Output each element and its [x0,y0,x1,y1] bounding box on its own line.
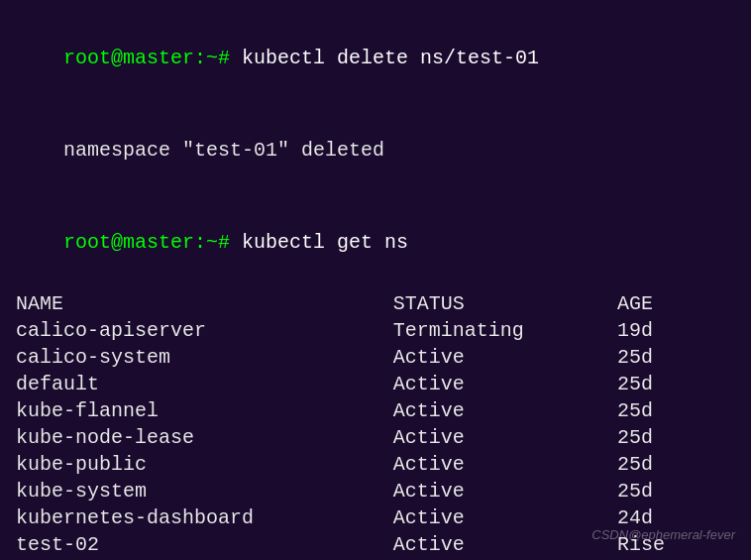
cell-name-0: calico-apiserver [16,317,393,344]
table-row: defaultActive25d [16,371,735,397]
cell-age-6: 25d [617,478,735,504]
cell-status-3: Active [393,397,617,424]
output-line-1: namespace "test-01" deleted [16,104,735,196]
cell-status-1: Active [393,344,617,371]
header-name: NAME [16,290,393,317]
cell-status-5: Active [393,451,617,478]
prompt-1: root@master:~# [63,47,242,69]
table-row: kube-node-leaseActive25d [16,424,735,451]
table-row: calico-apiserverTerminating19d [16,317,735,344]
header-status: STATUS [393,290,617,317]
cell-age-1: 25d [617,344,735,371]
cell-age-3: 25d [617,397,735,424]
cell-status-6: Active [393,478,617,504]
cell-name-2: default [16,371,393,397]
table-row: kube-systemActive25d [16,478,735,504]
prompt-2: root@master:~# [63,231,242,254]
cell-status-4: Active [393,424,617,451]
cell-status-8: Active [393,531,617,558]
command-line-2: root@master:~# kubectl get ns [16,196,735,288]
namespace-table: NAME STATUS AGE calico-apiserverTerminat… [16,290,735,558]
table-header-row: NAME STATUS AGE [16,290,735,317]
table-row: calico-systemActive25d [16,344,735,371]
cell-age-2: 25d [617,371,735,397]
cell-name-6: kube-system [16,478,393,504]
terminal-container: root@master:~# kubectl delete ns/test-01… [16,12,735,560]
cell-age-5: 25d [617,451,735,478]
cell-name-4: kube-node-lease [16,424,393,451]
command-2: kubectl get ns [242,231,408,254]
cell-status-7: Active [393,504,617,531]
command-1: kubectl delete ns/test-01 [242,47,539,69]
cell-name-5: kube-public [16,451,393,478]
watermark: CSDN@ephemeral-fever [591,527,735,542]
cell-name-1: calico-system [16,344,393,371]
cell-status-2: Active [393,371,617,397]
output-text-1: namespace "test-01" deleted [63,139,384,162]
cell-name-7: kubernetes-dashboard [16,504,393,531]
table-row: kube-flannelActive25d [16,397,735,424]
cell-age-4: 25d [617,424,735,451]
command-line-1: root@master:~# kubectl delete ns/test-01 [16,12,735,104]
cell-name-3: kube-flannel [16,397,393,424]
header-age: AGE [617,290,735,317]
cell-age-0: 19d [617,317,735,344]
cell-name-8: test-02 [16,531,393,558]
table-row: kube-publicActive25d [16,451,735,478]
cell-status-0: Terminating [393,317,617,344]
